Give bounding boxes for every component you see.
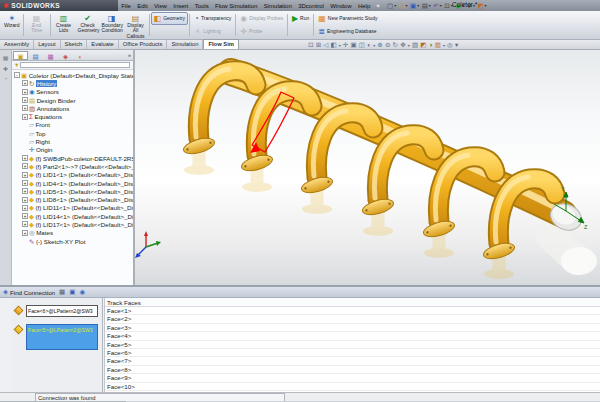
view-setting-icon[interactable]: ▥ — [435, 41, 441, 49]
expand-box-icon[interactable]: + — [22, 188, 28, 194]
zoom-to-fit-icon[interactable]: ⊡ — [308, 41, 313, 49]
track-face-row[interactable]: Face<9> — [105, 374, 600, 382]
tree-item[interactable]: +◉Sensors — [12, 88, 133, 96]
expand-box-icon[interactable]: + — [22, 80, 28, 86]
tree-item[interactable]: +↻History — [12, 79, 133, 87]
expand-box-icon[interactable]: + — [22, 155, 28, 161]
selection-icon[interactable]: ⊡ — [444, 2, 449, 9]
new-parametric-study-button[interactable]: ▦New Parametric Study — [315, 12, 380, 25]
track-face-row[interactable]: Face<10> — [105, 383, 600, 391]
menu-tools[interactable]: Tools — [191, 3, 211, 9]
dropdown-icon[interactable]: ▾ — [455, 41, 458, 49]
tree-item[interactable]: +◆(f) LID14<1> (Default<<Default>_Displa… — [12, 212, 133, 220]
appearance-icon[interactable]: ◩ — [420, 41, 426, 49]
configurationmanager-tab-tab[interactable]: ▦ — [43, 51, 58, 60]
menu-view[interactable]: View — [151, 3, 170, 9]
tree-item[interactable]: +ΣEquations — [12, 112, 133, 120]
track-face-row[interactable]: Face<7> — [105, 357, 600, 365]
tab-assembly[interactable]: Assembly — [0, 40, 34, 49]
menu-help[interactable]: Help — [355, 3, 374, 9]
track-face-row[interactable]: Face<4> — [105, 332, 600, 340]
save-icon[interactable]: ▣ — [69, 288, 75, 295]
menu-edit[interactable]: Edit — [134, 3, 151, 9]
tree-item[interactable]: +◆(f) LID11<1> (Default<<Default>_Displa… — [12, 204, 133, 212]
section-view-icon[interactable]: ◧ — [330, 41, 336, 49]
expand-box-icon[interactable]: + — [22, 163, 28, 169]
tree-item[interactable]: +◆(f) SWBdPub-coletor-DEFAULT-2RSM1<1> — [12, 154, 133, 162]
tab-office-products[interactable]: Office Products — [119, 40, 168, 49]
tree-item[interactable]: +▨Annotations — [12, 104, 133, 112]
tree-item[interactable]: ▱Right — [12, 137, 133, 145]
featuremanager-tab-tab[interactable]: ▣ — [13, 51, 28, 60]
save-icon[interactable]: ▣ — [410, 2, 416, 9]
tab-flow-sim[interactable]: Flow Sim — [203, 39, 238, 49]
track-face-row[interactable]: Face<5> — [105, 341, 600, 349]
tree-item[interactable]: +◆(f) LID1<1> (Default<<Default>_Display… — [12, 171, 133, 179]
list-icon[interactable]: ▦ — [59, 288, 65, 295]
displaymanager-tab-tab[interactable]: ◐ — [73, 51, 88, 60]
appearance-icon[interactable]: ◩ — [477, 2, 483, 9]
tab-layout[interactable]: Layout — [34, 40, 60, 49]
tree-item[interactable]: +◎Mates — [12, 229, 133, 237]
display-probes-button[interactable]: ◉Display Probes — [237, 12, 286, 25]
dynamic-annotation-icon[interactable]: ✛ — [343, 41, 348, 49]
display-all-callouts-button[interactable]: ▤Display All Callouts — [124, 12, 148, 38]
menu-flow-simulation[interactable]: Flow Simulation — [212, 3, 261, 9]
zoom-out-icon[interactable]: ⊖ — [385, 41, 390, 49]
previous-view-icon[interactable]: ◁ — [323, 41, 328, 49]
menu-file[interactable]: File — [118, 3, 134, 9]
hide-show-items-icon[interactable]: ◐ — [367, 41, 371, 49]
expand-box-icon[interactable]: + — [22, 97, 28, 103]
expand-box-icon[interactable]: + — [22, 230, 28, 236]
tree-filter-input[interactable] — [20, 62, 130, 68]
new-file-icon[interactable]: ▢ — [387, 2, 393, 9]
binoculars-icon[interactable]: ◉ — [79, 288, 85, 295]
menu-3dcontrol[interactable]: 3Dcontrol — [295, 3, 327, 9]
undo-icon[interactable]: ↶ — [433, 2, 438, 9]
connection-item-selected[interactable]: Face<5>@LPattern2@SW3 — [14, 324, 100, 350]
track-face-row[interactable]: Face<1> — [105, 307, 600, 315]
menu-window[interactable]: Window — [327, 3, 355, 9]
tree-item[interactable]: ▱Front — [12, 121, 133, 129]
display-style-icon[interactable]: ◫ — [359, 41, 365, 49]
track-face-row[interactable]: Face<3> — [105, 324, 600, 332]
run-button[interactable]: ▶Run — [289, 12, 312, 25]
expand-box-icon[interactable]: + — [22, 105, 28, 111]
wizard-button[interactable]: ✶Wizard — [2, 12, 22, 38]
tree-item[interactable]: ✛Origin — [12, 146, 133, 154]
rotate-view-icon[interactable]: ↻ — [393, 41, 398, 49]
tree-item[interactable]: +▤Design Binder — [12, 96, 133, 104]
side-strip-icon[interactable]: ✚ — [0, 65, 11, 72]
zoom-in-icon[interactable]: ⊕ — [377, 41, 382, 49]
probe-button[interactable]: ✛Probe — [237, 25, 286, 38]
scene-icon[interactable]: ◑ — [429, 41, 433, 49]
tree-item[interactable]: -▣Coletor (Default<Default_Display State… — [12, 71, 133, 79]
tree-item[interactable]: ✎(-) Sketch-XY Plot — [12, 237, 133, 245]
geometry-button[interactable]: ◧Geometry — [151, 12, 189, 25]
double-chevron-icon[interactable]: » — [128, 52, 133, 58]
pin-icon[interactable]: ✦ — [375, 2, 380, 9]
manifold-3d-model[interactable]: Y Z — [135, 50, 600, 285]
track-face-row[interactable]: Face<8> — [105, 366, 600, 374]
expand-box-icon[interactable]: + — [22, 213, 28, 219]
engineering-database-button[interactable]: ≣Engineering Database — [315, 25, 380, 38]
pan-icon[interactable]: ✥ — [400, 41, 405, 49]
check-geometry-button[interactable]: ✔Check Geometry — [76, 12, 100, 38]
track-face-row[interactable]: Face<2> — [105, 315, 600, 323]
print-icon[interactable]: ▤ — [422, 2, 428, 9]
lighting-button[interactable]: ☀Lighting — [191, 25, 234, 38]
tree-item[interactable]: +◆(f) LID4<1> (Default<<Default>_Display… — [12, 179, 133, 187]
create-lids-button[interactable]: ▥Create Lids — [52, 12, 76, 38]
tree-item[interactable]: +◆(f) LID5<1> (Default<<Default>_Display… — [12, 187, 133, 195]
camera-icon[interactable]: ◎ — [447, 41, 453, 49]
side-strip-icon[interactable]: ▦ — [0, 54, 11, 61]
expand-box-icon[interactable]: + — [22, 172, 28, 178]
expand-box-icon[interactable]: + — [22, 180, 28, 186]
expand-box-icon[interactable]: + — [22, 197, 28, 203]
transparency-button[interactable]: ◔Transparency — [191, 12, 234, 25]
tree-item[interactable]: +◆(f) Part2<1>->? (Default<<Default>_Dis… — [12, 162, 133, 170]
connection-item[interactable]: Face<6>@LPattern2@SW3 — [14, 305, 100, 317]
tab-sketch[interactable]: Sketch — [61, 40, 88, 49]
expand-box-icon[interactable]: + — [22, 89, 28, 95]
tab-simulation[interactable]: Simulation — [167, 40, 203, 49]
